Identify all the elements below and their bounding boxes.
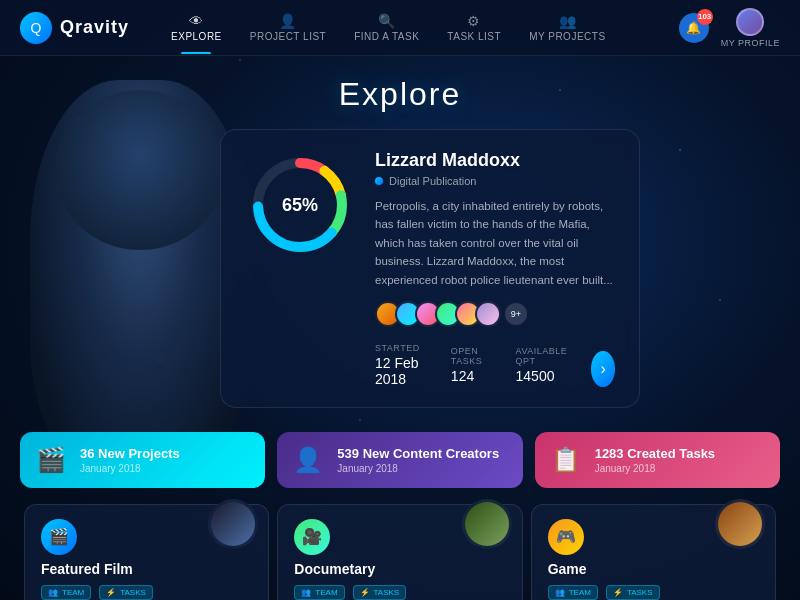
game-thumbnail: [715, 499, 765, 549]
go-button[interactable]: ›: [591, 351, 615, 387]
nav-item-explore[interactable]: 👁 Explore: [159, 9, 234, 46]
category-documentary[interactable]: 🎥 Documetary 👥 TEAM ⚡ TASKS: [277, 504, 522, 600]
nav-label-task-list: Task List: [447, 31, 501, 42]
category-game[interactable]: 🎮 Game 👥 TEAM ⚡ TASKS: [531, 504, 776, 600]
stat-card-content-creators-text: 539 New Content Creators January 2018: [337, 446, 499, 474]
card-subtitle: Digital Publication: [375, 175, 615, 187]
stat-card-new-projects-title: 36 New Projects: [80, 446, 180, 461]
stat-started-value: 12 Feb 2018: [375, 355, 427, 387]
stat-open-tasks-value: 124: [451, 368, 492, 384]
documentary-tasks-label: TASKS: [374, 588, 400, 597]
progress-donut: 65%: [245, 150, 355, 260]
documentary-tasks-icon: ⚡: [360, 588, 370, 597]
project-list-icon: 👤: [279, 13, 297, 29]
documentary-team-label: TEAM: [315, 588, 337, 597]
stat-card-created-tasks-subtitle: January 2018: [595, 463, 715, 474]
game-footer: 👥 TEAM ⚡ TASKS: [548, 585, 759, 600]
explore-icon: 👁: [189, 13, 204, 29]
stat-card-new-projects-text: 36 New Projects January 2018: [80, 446, 180, 474]
documentary-title: Documetary: [294, 561, 505, 577]
task-list-icon: ⚙: [467, 13, 481, 29]
subtitle-dot: [375, 177, 383, 185]
main-nav: Q Qravity 👁 Explore 👤 Project List 🔍 Fin…: [0, 0, 800, 56]
stat-card-new-projects-subtitle: January 2018: [80, 463, 180, 474]
documentary-team-icon: 👥: [301, 588, 311, 597]
notification-badge: 103: [697, 9, 713, 25]
stat-started: Started 12 Feb 2018: [375, 343, 427, 387]
game-tasks-icon: ⚡: [613, 588, 623, 597]
nav-label-explore: Explore: [171, 31, 222, 42]
progress-value: 65%: [282, 195, 318, 216]
card-title: Lizzard Maddoxx: [375, 150, 615, 171]
film-team-label: TEAM: [62, 588, 84, 597]
film-icon: 🎬: [41, 519, 77, 555]
nav-right: 🔔 103 My Profile: [679, 8, 780, 48]
stat-available-qpt-label: Available QPT: [516, 346, 568, 366]
documentary-icon: 🎥: [294, 519, 330, 555]
nav-item-find-task[interactable]: 🔍 Find a Task: [342, 9, 431, 46]
card-category: Digital Publication: [389, 175, 476, 187]
nav-items: 👁 Explore 👤 Project List 🔍 Find a Task ⚙…: [159, 9, 679, 46]
game-icon: 🎮: [548, 519, 584, 555]
nav-item-my-projects[interactable]: 👥 My Projects: [517, 9, 617, 46]
card-content: Lizzard Maddoxx Digital Publication Petr…: [375, 150, 615, 387]
main-content: Explore 65%: [0, 56, 800, 600]
stat-card-new-projects[interactable]: 🎬 36 New Projects January 2018: [20, 432, 265, 488]
film-team-icon: 👥: [48, 588, 58, 597]
game-team-badge: 👥 TEAM: [548, 585, 598, 600]
logo-text: Qravity: [60, 17, 129, 38]
my-projects-icon: 👥: [559, 13, 577, 29]
stat-available-qpt: Available QPT 14500: [516, 346, 568, 384]
category-film[interactable]: 🎬 Featured Film 👥 TEAM ⚡ TASKS: [24, 504, 269, 600]
collaborator-avatar-6: [475, 301, 501, 327]
game-tasks-badge: ⚡ TASKS: [606, 585, 660, 600]
stat-card-created-tasks-title: 1283 Created Tasks: [595, 446, 715, 461]
hero-section: Explore 65%: [0, 56, 800, 408]
nav-label-find-task: Find a Task: [354, 31, 419, 42]
documentary-footer: 👥 TEAM ⚡ TASKS: [294, 585, 505, 600]
stats-row: 🎬 36 New Projects January 2018 👤 539 New…: [0, 416, 800, 504]
card-stats: Started 12 Feb 2018 Open tasks 124 Avail…: [375, 343, 615, 387]
film-tasks-label: TASKS: [120, 588, 146, 597]
documentary-thumbnail: [462, 499, 512, 549]
categories-row: 🎬 Featured Film 👥 TEAM ⚡ TASKS 🎥 Documet…: [0, 504, 800, 600]
stat-open-tasks: Open tasks 124: [451, 346, 492, 384]
logo[interactable]: Q Qravity: [20, 12, 129, 44]
documentary-team-badge: 👥 TEAM: [294, 585, 344, 600]
film-footer: 👥 TEAM ⚡ TASKS: [41, 585, 252, 600]
collaborator-extra: 9+: [503, 301, 529, 327]
content-creators-icon: 👤: [293, 446, 323, 474]
card-description: Petropolis, a city inhabited entirely by…: [375, 197, 615, 289]
game-team-label: TEAM: [569, 588, 591, 597]
stat-started-label: Started: [375, 343, 427, 353]
stat-card-content-creators[interactable]: 👤 539 New Content Creators January 2018: [277, 432, 522, 488]
hero-title: Explore: [339, 76, 462, 113]
profile-avatar-nav: [736, 8, 764, 36]
find-task-icon: 🔍: [378, 13, 396, 29]
film-tasks-icon: ⚡: [106, 588, 116, 597]
documentary-tasks-badge: ⚡ TASKS: [353, 585, 407, 600]
stat-available-qpt-value: 14500: [516, 368, 568, 384]
new-projects-icon: 🎬: [36, 446, 66, 474]
film-title: Featured Film: [41, 561, 252, 577]
stat-card-content-creators-title: 539 New Content Creators: [337, 446, 499, 461]
nav-label-project-list: Project List: [250, 31, 326, 42]
game-title: Game: [548, 561, 759, 577]
stat-card-created-tasks[interactable]: 📋 1283 Created Tasks January 2018: [535, 432, 780, 488]
profile-nav[interactable]: My Profile: [721, 8, 780, 48]
logo-icon: Q: [20, 12, 52, 44]
game-tasks-label: TASKS: [627, 588, 653, 597]
game-team-icon: 👥: [555, 588, 565, 597]
profile-nav-label: My Profile: [721, 38, 780, 48]
film-team-badge: 👥 TEAM: [41, 585, 91, 600]
notification-button[interactable]: 🔔 103: [679, 13, 709, 43]
stat-open-tasks-label: Open tasks: [451, 346, 492, 366]
created-tasks-icon: 📋: [551, 446, 581, 474]
stat-card-content-creators-subtitle: January 2018: [337, 463, 499, 474]
nav-item-project-list[interactable]: 👤 Project List: [238, 9, 338, 46]
film-thumbnail: [208, 499, 258, 549]
film-tasks-badge: ⚡ TASKS: [99, 585, 153, 600]
featured-card: 65% Lizzard Maddoxx Digital Publication …: [220, 129, 640, 408]
stat-card-created-tasks-text: 1283 Created Tasks January 2018: [595, 446, 715, 474]
nav-item-task-list[interactable]: ⚙ Task List: [435, 9, 513, 46]
